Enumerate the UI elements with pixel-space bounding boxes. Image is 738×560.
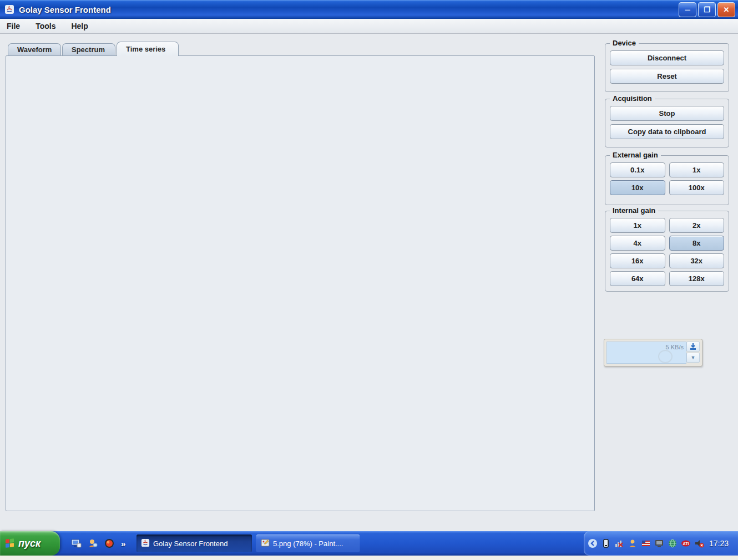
menu-file[interactable]: File (7, 22, 20, 30)
4x-button[interactable]: 4x (610, 236, 665, 251)
window-title: Golay Sensor Frontend (19, 5, 111, 14)
tab-spectrum[interactable]: Spectrum (62, 43, 115, 55)
language-flag-icon[interactable] (640, 538, 651, 549)
disconnect-button[interactable]: Disconnect (610, 50, 724, 65)
start-button[interactable]: пуск (0, 531, 60, 556)
network-signal-off-icon[interactable] (614, 538, 624, 549)
display-settings-icon[interactable] (654, 538, 664, 549)
64x-button[interactable]: 64x (610, 271, 665, 286)
java-app-icon (3, 3, 16, 16)
network-globe-icon[interactable] (667, 538, 678, 549)
download-widget-panel: 5 KB/s (606, 342, 686, 364)
taskbar: пуск » ATI (0, 531, 738, 556)
download-arrow-icon[interactable] (686, 342, 700, 352)
download-progress-icon (658, 350, 673, 363)
internal-gain-group: Internal gain 1x2x4x8x16x32x64x128x (605, 211, 729, 292)
java-icon (141, 538, 150, 549)
browser-icon[interactable] (103, 537, 115, 549)
tab-content-panel (6, 55, 595, 511)
tray-collapse-icon[interactable] (587, 538, 598, 549)
ati-icon[interactable]: ATI (680, 538, 691, 549)
tab-waveform[interactable]: Waveform (8, 43, 61, 55)
2x-button[interactable]: 2x (669, 218, 725, 233)
tray-clock: 17:23 (709, 539, 729, 548)
16x-button[interactable]: 16x (610, 253, 665, 268)
download-dropdown-icon[interactable]: ▼ (686, 353, 700, 363)
desktop-strip (0, 556, 738, 560)
task-label: Golay Sensor Frontend (153, 539, 228, 548)
menu-tools[interactable]: Tools (36, 22, 55, 30)
messenger-icon[interactable] (87, 537, 99, 549)
internal-gain-group-title: Internal gain (610, 206, 658, 215)
1x-button[interactable]: 1x (669, 162, 725, 177)
32x-button[interactable]: 32x (669, 253, 725, 268)
menu-help[interactable]: Help (71, 22, 88, 30)
1x-button[interactable]: 1x (610, 218, 665, 233)
10x-button[interactable]: 10x (610, 180, 665, 195)
quick-launch-overflow-chevron[interactable]: » (121, 539, 125, 548)
download-speed: 5 KB/s (666, 344, 684, 350)
start-button-label: пуск (18, 538, 41, 549)
volume-muted-icon[interactable] (694, 538, 704, 549)
svg-text:ATI: ATI (683, 542, 689, 546)
taskbar-task-2[interactable]: 5.png (78%) - Paint.... (256, 534, 360, 552)
reset-button[interactable]: Reset (610, 69, 724, 84)
external-gain-group-title: External gain (610, 151, 661, 159)
paint-icon (261, 538, 270, 549)
acquisition-group: Acquisition StopCopy data to clipboard (605, 99, 729, 147)
title-bar: Golay Sensor Frontend ─ ❐ ✕ (0, 0, 738, 19)
messenger-user-icon[interactable] (627, 538, 638, 549)
windows-flag-icon (6, 538, 14, 548)
menu-bar: FileToolsHelp (0, 19, 738, 34)
0.1x-button[interactable]: 0.1x (610, 162, 665, 177)
show-desktop-icon[interactable] (70, 537, 82, 549)
100x-button[interactable]: 100x (669, 180, 725, 195)
tab-time-series[interactable]: Time series (117, 42, 179, 56)
download-widget: 5 KB/s ▼ (604, 339, 702, 366)
taskbar-task-1[interactable]: Golay Sensor Frontend (137, 534, 252, 552)
system-tray: ATI 17:23 (584, 531, 738, 556)
close-button[interactable]: ✕ (717, 2, 735, 17)
phone-icon[interactable] (600, 538, 611, 549)
8x-button[interactable]: 8x (669, 236, 725, 251)
acquisition-group-title: Acquisition (610, 94, 655, 103)
copy-data-to-clipboard-button[interactable]: Copy data to clipboard (610, 124, 724, 139)
stop-button[interactable]: Stop (610, 106, 724, 121)
minimize-button[interactable]: ─ (679, 2, 696, 17)
restore-button[interactable]: ❐ (698, 2, 716, 17)
128x-button[interactable]: 128x (669, 271, 725, 286)
external-gain-group: External gain 0.1x1x10x100x (605, 155, 729, 205)
device-group-title: Device (610, 39, 639, 47)
task-label: 5.png (78%) - Paint.... (273, 539, 343, 548)
device-group: Device DisconnectReset (605, 43, 729, 92)
